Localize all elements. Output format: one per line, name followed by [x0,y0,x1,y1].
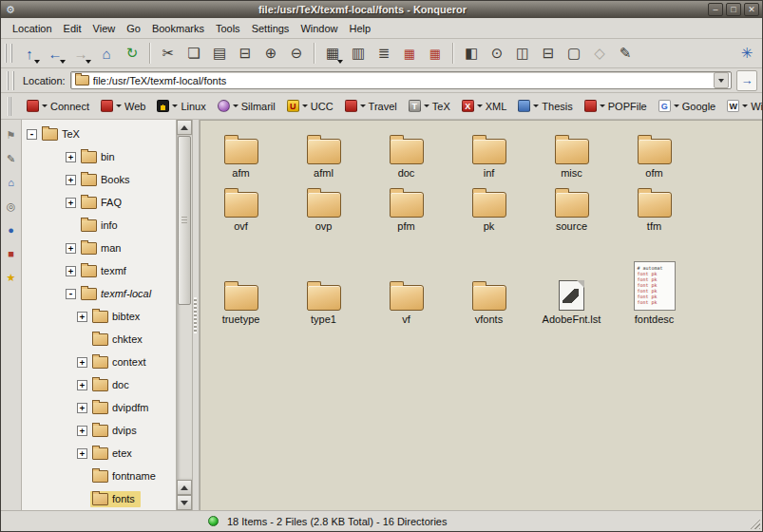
split-view-top-bottom-button[interactable]: ⊟ [536,41,561,66]
file-item-vfonts[interactable]: vfonts [448,243,530,325]
resize-grip[interactable] [748,517,760,529]
find-button[interactable]: ⊙ [485,41,509,66]
file-item-ofm[interactable]: ofm [613,125,696,179]
titlebar[interactable]: ⚙ file:/usr/TeX/texmf-local/fonts - Konq… [1,1,762,18]
tree-item-bin[interactable]: +bin [22,145,176,168]
scroll-up-button-bottom[interactable] [177,480,192,495]
zoom-in-button[interactable]: ⊕ [258,41,283,66]
back-button[interactable]: ← [43,41,67,66]
expander-icon[interactable]: + [66,198,76,208]
menu-help[interactable]: Help [344,21,377,36]
expander-icon[interactable]: + [66,266,76,276]
scroll-up-button[interactable] [177,120,192,135]
expander-icon[interactable]: - [27,129,37,140]
menu-bookmarks[interactable]: Bookmarks [146,21,210,36]
tree-item-texmf-local[interactable]: -texmf-local [22,282,176,305]
increase-icon-size-button[interactable]: ▦ [397,41,422,66]
bookmark-tex[interactable]: TTeX [409,100,450,112]
tree-scrollbar[interactable] [176,120,192,510]
file-item-doc[interactable]: doc [365,125,448,179]
location-dropdown-button[interactable] [714,72,729,88]
show-navigation-panel-button[interactable]: ◧ [459,41,484,66]
menu-window[interactable]: Window [295,21,343,36]
multicolumn-view-button[interactable]: ▥ [346,41,371,66]
sidebar-tab-network[interactable]: ● [4,222,19,238]
icon-view-button[interactable]: ▦ [320,41,345,66]
split-view-left-right-button[interactable]: ◫ [510,41,535,66]
file-item-fontdesc[interactable]: # automat font pk font pk font pk font p… [613,243,696,325]
bookmark-silmaril[interactable]: Silmaril [218,100,276,112]
menu-settings[interactable]: Settings [246,21,296,36]
menu-location[interactable]: Location [7,21,58,36]
sidebar-tab-services[interactable]: ◎ [4,199,19,214]
file-item-pk[interactable]: pk [448,179,530,232]
file-item-inf[interactable]: inf [448,125,530,179]
expander-icon[interactable]: + [66,152,76,162]
file-item-type1[interactable]: type1 [282,243,365,325]
bookmark-thesis[interactable]: Thesis [518,100,572,112]
file-item-truetype[interactable]: truetype [200,243,282,325]
decrease-icon-size-button[interactable]: ▦ [423,41,448,66]
sidebar-tab-history[interactable]: ✎ [4,151,19,166]
toolbar-handle[interactable] [8,97,11,116]
bookmark-popfile[interactable]: POPFile [584,100,647,112]
tree-item-fontname[interactable]: fontname [22,465,176,487]
bookmark-xml[interactable]: XXML [462,100,507,112]
expander-icon[interactable]: + [77,448,87,459]
tree-item-context[interactable]: +context [22,351,176,373]
sidebar-tab-root[interactable]: ■ [4,246,19,261]
scrollbar-track[interactable] [177,135,192,480]
file-item-misc[interactable]: misc [530,125,613,179]
app-menu-icon[interactable]: ⚙ [4,3,17,16]
up-button[interactable]: ↑ [17,41,42,66]
tree-item-books[interactable]: +Books [22,168,176,191]
sidebar-tab-home[interactable]: ⌂ [4,175,19,190]
bookmark-connect[interactable]: Connect [27,100,89,112]
menu-edit[interactable]: Edit [58,21,87,36]
detailed-list-view-button[interactable]: ≣ [372,41,396,66]
tree-item-faq[interactable]: +FAQ [22,191,176,214]
minimize-button[interactable]: – [708,3,723,16]
sidebar-tab-tools[interactable]: ⚑ [4,127,19,142]
file-item-vf[interactable]: vf [365,243,448,325]
toolbar-handle[interactable] [5,44,12,63]
tree-item-etex[interactable]: +etex [22,442,176,465]
file-item-pfm[interactable]: pfm [365,179,448,232]
expander-icon[interactable]: + [77,403,87,413]
paste-button[interactable]: ▤ [207,41,232,66]
reload-button[interactable]: ↻ [120,41,144,66]
sidebar-tab-bookmarks[interactable]: ★ [4,270,19,285]
file-item-tfm[interactable]: tfm [613,179,696,232]
tree-item-fonts[interactable]: fonts [22,487,176,510]
expander-icon[interactable]: + [77,357,87,368]
document-edit-button[interactable]: ✎ [613,41,638,66]
close-active-view-button[interactable]: ▢ [562,41,586,66]
tree-item-texmf[interactable]: +texmf [22,259,176,282]
bookmark-google[interactable]: GGoogle [658,100,715,112]
expander-icon[interactable]: + [77,380,87,390]
forward-button[interactable]: → [68,41,93,66]
location-input[interactable] [93,75,710,86]
expander-icon[interactable]: + [66,175,76,185]
go-button[interactable]: → [736,70,757,91]
file-item-afml[interactable]: afml [282,125,365,179]
file-item-adobefnt-lst[interactable]: AdobeFnt.lst [530,243,613,325]
bookmark-web[interactable]: Web [101,100,145,112]
expander-icon[interactable]: + [77,312,87,322]
tree-item-man[interactable]: +man [22,237,176,259]
maximize-button[interactable]: □ [726,3,741,16]
panel-splitter[interactable] [193,120,200,510]
tree-item-dvipdfm[interactable]: +dvipdfm [22,396,176,419]
copy-button[interactable]: ❏ [181,41,206,66]
close-button[interactable]: ✕ [744,3,759,16]
file-item-source[interactable]: source [530,179,613,232]
tree-item-info[interactable]: info [22,214,176,237]
tree-item-tex[interactable]: -TeX [22,123,176,145]
home-button[interactable]: ⌂ [94,41,119,66]
menu-view[interactable]: View [87,21,122,36]
toolbar-handle[interactable] [7,71,14,90]
bookmark-ucc[interactable]: UUCC [287,100,334,112]
file-item-afm[interactable]: afm [200,125,282,179]
bookmark-wikipedia[interactable]: WWikipedia [727,100,763,112]
print-button[interactable]: ⊟ [233,41,258,66]
